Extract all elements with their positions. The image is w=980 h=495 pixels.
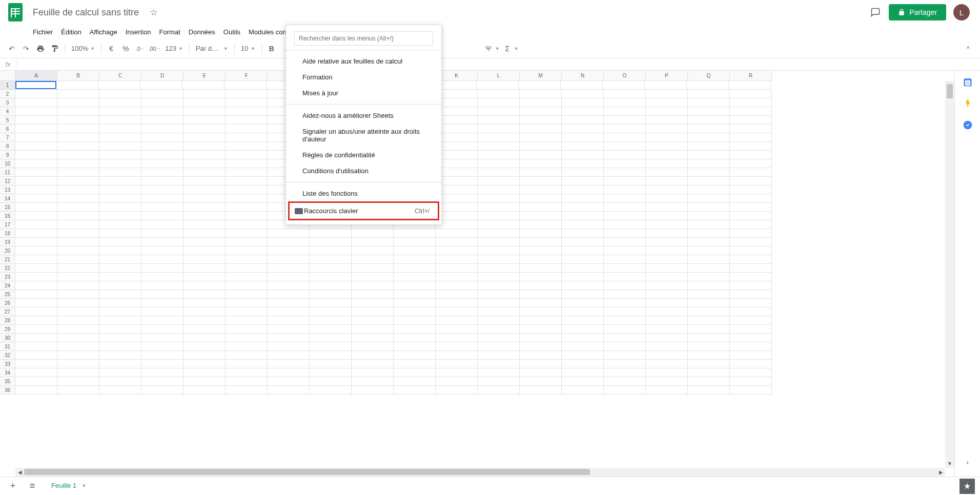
cell[interactable] <box>141 107 183 116</box>
decrease-decimal-button[interactable]: .0← <box>133 42 147 55</box>
cell[interactable] <box>99 334 141 342</box>
undo-button[interactable]: ↶ <box>5 42 18 55</box>
cell[interactable] <box>141 368 183 377</box>
cell[interactable] <box>646 185 688 194</box>
cell[interactable] <box>436 299 478 307</box>
cell[interactable] <box>99 90 141 98</box>
cell[interactable] <box>646 151 688 159</box>
cell[interactable] <box>478 194 520 203</box>
cell[interactable] <box>688 325 730 334</box>
cell[interactable] <box>562 229 604 238</box>
cell[interactable] <box>310 360 352 368</box>
cell[interactable] <box>478 125 520 133</box>
cell[interactable] <box>562 177 604 185</box>
cell[interactable] <box>226 159 268 168</box>
cell[interactable] <box>646 212 688 220</box>
cell[interactable] <box>183 212 226 220</box>
cell[interactable] <box>646 246 688 255</box>
cell[interactable] <box>688 264 730 273</box>
cell[interactable] <box>562 133 604 142</box>
cell[interactable] <box>478 325 520 334</box>
cell[interactable] <box>730 290 772 299</box>
cell[interactable] <box>604 290 646 299</box>
cell[interactable] <box>352 377 394 386</box>
cell[interactable] <box>15 316 57 325</box>
cell[interactable] <box>604 116 646 125</box>
cell[interactable] <box>562 220 604 229</box>
cell[interactable] <box>141 264 183 273</box>
cell[interactable] <box>183 185 226 194</box>
cell[interactable] <box>183 316 226 325</box>
cell[interactable] <box>141 90 183 98</box>
cell[interactable] <box>183 194 226 203</box>
row-header[interactable]: 32 <box>0 351 15 360</box>
cell[interactable] <box>520 133 562 142</box>
cell[interactable] <box>436 316 478 325</box>
cell[interactable] <box>226 377 268 386</box>
cell[interactable] <box>520 194 562 203</box>
row-header[interactable]: 31 <box>0 342 15 351</box>
cell[interactable] <box>15 133 57 142</box>
cell[interactable] <box>226 125 268 133</box>
cell[interactable] <box>226 133 268 142</box>
cell[interactable] <box>688 246 730 255</box>
cell[interactable] <box>141 229 183 238</box>
cell[interactable] <box>394 273 436 281</box>
cell[interactable] <box>15 116 57 125</box>
cell[interactable] <box>310 229 352 238</box>
cell[interactable] <box>226 351 268 360</box>
cell[interactable] <box>562 116 604 125</box>
cell[interactable] <box>646 194 688 203</box>
help-menu-item[interactable]: Aidez-nous à améliorer Sheets <box>286 108 441 123</box>
cell[interactable] <box>562 368 604 377</box>
cell[interactable] <box>57 151 99 159</box>
cell[interactable] <box>57 342 99 351</box>
cell[interactable] <box>224 81 267 90</box>
cell[interactable] <box>141 238 183 246</box>
cell[interactable] <box>646 325 688 334</box>
cell[interactable] <box>604 307 646 316</box>
cell[interactable] <box>646 238 688 246</box>
cell[interactable] <box>15 377 57 386</box>
cell[interactable] <box>519 81 561 90</box>
cell[interactable] <box>562 273 604 281</box>
cell[interactable] <box>226 90 268 98</box>
cell[interactable] <box>604 360 646 368</box>
cell[interactable] <box>562 290 604 299</box>
cell[interactable] <box>15 360 57 368</box>
cell[interactable] <box>268 342 310 351</box>
sheet-tab[interactable]: Feuille 1 ▼ <box>44 479 93 493</box>
cell[interactable] <box>478 185 520 194</box>
cell[interactable] <box>688 229 730 238</box>
cell[interactable] <box>56 81 98 90</box>
cell[interactable] <box>646 386 688 395</box>
cell[interactable] <box>352 386 394 395</box>
row-header[interactable]: 28 <box>0 316 15 325</box>
cell[interactable] <box>730 220 772 229</box>
row-header[interactable]: 13 <box>0 185 15 194</box>
font-family-select[interactable]: Par défaut ...▼ <box>193 44 231 53</box>
help-menu-item[interactable]: Liste des fonctions <box>286 185 441 201</box>
column-header[interactable]: E <box>183 71 226 81</box>
cell[interactable] <box>99 203 141 212</box>
cell[interactable] <box>226 290 268 299</box>
cell[interactable] <box>352 246 394 255</box>
cell[interactable] <box>520 98 562 107</box>
help-menu-item[interactable]: Conditions d'utilisation <box>286 163 441 179</box>
cell[interactable] <box>141 142 183 151</box>
cell[interactable] <box>478 151 520 159</box>
cell[interactable] <box>688 307 730 316</box>
cell[interactable] <box>99 151 141 159</box>
cell[interactable] <box>57 360 99 368</box>
cell[interactable] <box>436 307 478 316</box>
cell[interactable] <box>15 90 57 98</box>
font-size-select[interactable]: 10▼ <box>238 44 258 53</box>
cell[interactable] <box>268 360 310 368</box>
help-menu-item[interactable]: Aide relative aux feuilles de calcul <box>286 53 441 69</box>
cell[interactable] <box>57 185 99 194</box>
cell[interactable] <box>226 325 268 334</box>
cell[interactable] <box>436 281 478 290</box>
cell[interactable] <box>310 351 352 360</box>
cell[interactable] <box>604 159 646 168</box>
cell[interactable] <box>15 273 57 281</box>
